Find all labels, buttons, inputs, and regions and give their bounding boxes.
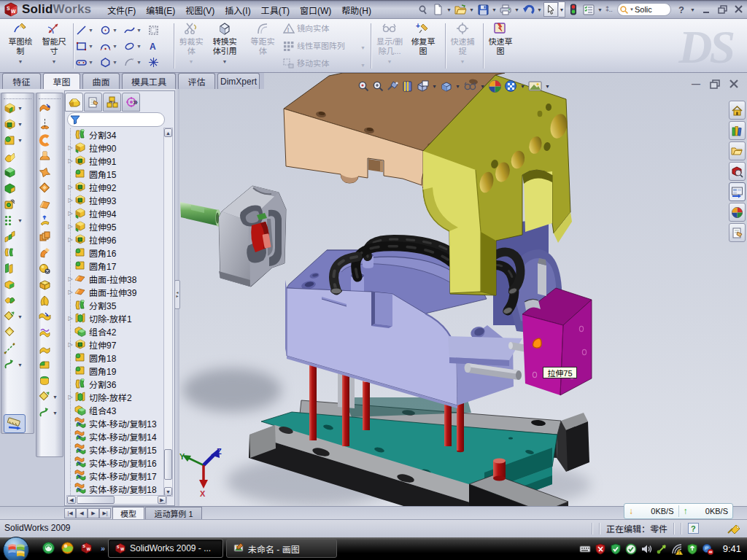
tree-item[interactable]: 组合42 <box>66 324 116 338</box>
guard-shield-icon[interactable] <box>686 543 698 555</box>
tree-item[interactable]: ▷拉伸90 <box>66 141 116 154</box>
start-button[interactable] <box>1 536 31 560</box>
custom-properties-icon[interactable] <box>729 223 746 242</box>
tree-item[interactable]: ▷拉伸92 <box>66 180 116 193</box>
dropdown-icon[interactable]: ▼ <box>222 59 228 64</box>
cm-tab-5[interactable]: DimXpert <box>217 73 260 89</box>
doc-minimize-button[interactable]: — <box>690 79 702 89</box>
search-box[interactable]: ▼ Solic <box>617 3 671 16</box>
pin-icon[interactable] <box>415 2 430 17</box>
tree-item[interactable]: 组合43 <box>66 403 116 416</box>
expand-icon[interactable]: ▷ <box>66 394 74 400</box>
tree-item[interactable]: ▷曲面-拉伸39 <box>66 285 136 298</box>
surface-tool-2[interactable] <box>39 133 63 147</box>
network-warning-icon[interactable]: ! <box>671 543 683 555</box>
new-dropdown-icon[interactable]: ▼ <box>446 2 452 17</box>
tree-item[interactable]: 实体-移动/复制16 <box>66 456 157 469</box>
surface-tool-19[interactable]: ▼ <box>39 405 63 420</box>
trim-entities-button[interactable]: 剪裁实体 ▼ <box>177 22 206 66</box>
doc-restore-button[interactable] <box>709 79 721 89</box>
feature-tool-13[interactable]: ▼ <box>4 309 34 324</box>
scroll-up-button[interactable]: ▲ <box>164 128 172 137</box>
measure-tool-button[interactable] <box>4 414 26 433</box>
expand-icon[interactable]: ▷ <box>66 223 74 230</box>
select-dropdown-icon[interactable]: ▼ <box>559 1 565 18</box>
tree-item[interactable]: 圆角19 <box>66 364 116 377</box>
cm-tab-4[interactable]: 评估 <box>178 73 215 89</box>
panel-more-icon[interactable]: » <box>133 97 138 107</box>
convert-entities-button[interactable]: 转换实体引用 ▼ <box>210 22 239 66</box>
keyboard-tray-icon[interactable] <box>579 543 591 555</box>
menu-item-6[interactable]: 帮助(H) <box>336 1 376 19</box>
tab-first-button[interactable]: |◀ <box>64 508 76 518</box>
rebuild-icon[interactable] <box>566 2 581 17</box>
surface-tool-10[interactable] <box>39 261 63 276</box>
feature-tool-14[interactable] <box>4 325 34 340</box>
graphics-area[interactable]: Y Z X ▼ ▼ ▼ ▼ ▼ — 拉伸75 <box>179 73 747 506</box>
expand-icon[interactable]: ▷ <box>66 210 74 217</box>
smart-dimension-button[interactable]: 智能尺寸 ▼ <box>39 22 69 66</box>
dropdown-icon[interactable]: ▼ <box>189 59 194 64</box>
rapid-sketch-button[interactable]: 快速草图 <box>486 22 515 56</box>
dropdown-icon[interactable]: ▼ <box>18 59 23 64</box>
open-icon[interactable] <box>453 2 468 17</box>
gray-insert-cutaway[interactable] <box>180 186 286 287</box>
expand-icon[interactable]: ▷ <box>66 341 74 348</box>
expand-icon[interactable]: ▷ <box>66 197 74 203</box>
feature-tool-4[interactable] <box>4 165 34 179</box>
move-entities-button[interactable]: 移动实体 <box>283 58 363 69</box>
feature-tool-16[interactable]: ▼ <box>4 357 34 372</box>
file-explorer-icon[interactable] <box>729 141 746 160</box>
dropdown-icon[interactable]: ▼ <box>52 59 57 64</box>
search-sw-icon[interactable] <box>729 162 746 181</box>
section-view-icon[interactable] <box>402 80 414 93</box>
feature-tool-0[interactable]: ▼ <box>4 101 34 115</box>
menu-item-1[interactable]: 编辑(E) <box>141 1 180 19</box>
dropdown-icon[interactable]: ▼ <box>387 59 392 64</box>
tree-item[interactable]: ▷切除-放样1 <box>66 311 132 324</box>
tree-item[interactable]: ▷拉伸97 <box>66 338 116 351</box>
surface-tool-15[interactable] <box>39 341 63 356</box>
surface-tool-8[interactable] <box>39 229 63 244</box>
tree-item[interactable]: ▷曲面-拉伸38 <box>66 272 136 285</box>
sketch-button[interactable]: 草图绘制 ▼ <box>6 22 35 66</box>
quick-snaps-button[interactable]: 快速捕捉 ▼ <box>448 22 477 66</box>
expand-icon[interactable]: ▷ <box>66 184 74 190</box>
apply-scene-icon[interactable] <box>488 79 502 93</box>
zoom-fit-icon[interactable] <box>357 80 370 93</box>
view-cube-dropdown-icon[interactable]: ▼ <box>431 79 438 93</box>
menu-item-3[interactable]: 插入(I) <box>220 1 255 19</box>
tree-item[interactable]: ▷拉伸91 <box>66 154 116 167</box>
display-delete-relations-button[interactable]: 显示/删除几... ▼ <box>374 22 406 66</box>
tree-item[interactable]: 实体-移动/复制18 <box>66 482 157 495</box>
view-settings-dropdown-icon[interactable]: ▼ <box>519 79 526 93</box>
options-dropdown-icon[interactable]: ▼ <box>597 2 603 17</box>
doc-close-button[interactable] <box>728 79 740 89</box>
horizontal-scroll-thumb[interactable] <box>77 496 115 504</box>
tab-propertymanager[interactable] <box>84 93 102 112</box>
feature-tool-8[interactable] <box>4 229 34 244</box>
select-icon[interactable] <box>543 2 558 17</box>
task-paint[interactable]: 未命名 - 画图 <box>226 539 337 558</box>
options-icon[interactable] <box>581 2 596 17</box>
feature-tool-5[interactable] <box>4 181 34 195</box>
surface-tool-13[interactable] <box>39 309 63 324</box>
splitter-handle[interactable]: ◂▸ <box>174 280 180 309</box>
mirror-entities-button[interactable]: ! 镜向实体 <box>283 23 363 34</box>
tab-prev-button[interactable]: ◀ <box>76 508 88 518</box>
surface-tool-7[interactable] <box>39 213 63 228</box>
vertical-scroll-thumb[interactable] <box>164 449 172 480</box>
surface-tool-12[interactable] <box>39 293 63 308</box>
print-icon[interactable] <box>498 2 513 17</box>
tree-item[interactable]: 圆角15 <box>66 167 116 180</box>
resources-home-icon[interactable] <box>729 101 746 120</box>
feature-tool-3[interactable] <box>4 149 34 163</box>
sketch-tool-7[interactable]: A <box>148 41 159 52</box>
hide-show-dropdown-icon[interactable]: ▼ <box>479 79 486 93</box>
view-cube-icon[interactable] <box>416 80 429 93</box>
minimize-button[interactable] <box>701 4 712 15</box>
scroll-right-button[interactable]: ▶ <box>158 496 166 504</box>
sketch-tool-0[interactable]: ▼ <box>76 25 93 36</box>
scene-photo-icon[interactable] <box>528 80 542 92</box>
hide-show-icon[interactable] <box>463 81 477 91</box>
